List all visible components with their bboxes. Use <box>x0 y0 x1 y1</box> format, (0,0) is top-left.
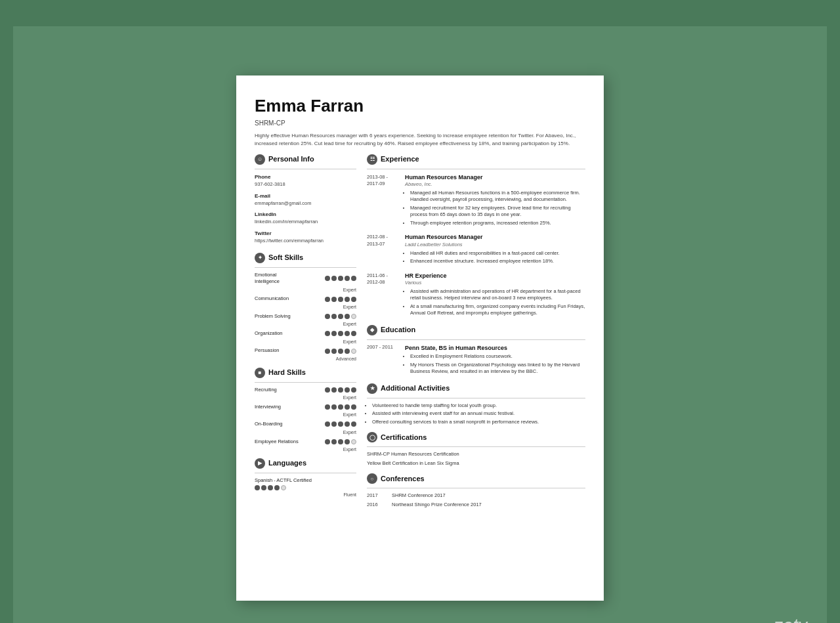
additional-activity-bullet: Assisted with interviewing event staff f… <box>372 410 585 418</box>
skill-row: Problem Solving <box>255 313 356 320</box>
dot-filled <box>274 485 280 490</box>
experience-icon: ☷ <box>367 154 377 165</box>
experience-bullet: Managed all Human Resources functions in… <box>410 190 585 204</box>
experience-entry: 2011-06 - 2012-08 HR Experience Various … <box>367 272 585 318</box>
dot-filled <box>331 387 337 393</box>
education-degree: Penn State, BS in Human Resources <box>405 344 585 353</box>
skill-dots <box>325 404 356 410</box>
dot-filled <box>338 439 343 444</box>
dot-filled <box>345 314 350 319</box>
dot-filled <box>268 485 273 490</box>
dot-filled <box>338 421 343 427</box>
linkedin-label: LinkedIn <box>255 211 356 218</box>
experience-entry: 2013-08 - 2017-09 Human Resources Manage… <box>367 173 585 228</box>
skill-dots <box>325 439 356 444</box>
skill-name: Problem Solving <box>255 313 301 320</box>
language-level: Fluent <box>255 492 356 498</box>
dot-filled <box>331 297 337 302</box>
additional-activities-section-title: ★ Additional Activities <box>367 383 585 394</box>
dot-filled <box>351 387 356 393</box>
dot-filled <box>325 439 330 444</box>
experience-entry: 2012-08 - 2013-07 Human Resources Manage… <box>367 233 585 266</box>
hard-skills-section-title: ■ Hard Skills <box>255 368 356 378</box>
additional-activities-divider <box>367 398 585 398</box>
conferences-icon: ○ <box>367 473 377 484</box>
skill-dots <box>325 421 356 427</box>
skill-level: Advanced <box>255 356 356 362</box>
dot-filled <box>325 297 330 302</box>
experience-bullet: Through employee retention programs, inc… <box>410 220 585 227</box>
dot-filled <box>345 439 350 444</box>
education-bullet: My Honors Thesis on Organizational Psych… <box>410 362 585 376</box>
resume-header: Emma Farran SHRM-CP Highly effective Hum… <box>255 94 585 148</box>
education-bullet: Excelled in Employment Relations coursew… <box>410 353 585 360</box>
conferences-divider <box>367 488 585 488</box>
experience-bullets: Managed all Human Resources functions in… <box>405 190 585 227</box>
dot-filled <box>345 387 350 393</box>
skill-row: On-Boarding <box>255 421 356 428</box>
skill-level: Expert <box>255 287 356 293</box>
experience-list: 2013-08 - 2017-09 Human Resources Manage… <box>367 173 585 318</box>
skill-level: Expert <box>255 395 356 401</box>
dot-filled <box>331 331 337 336</box>
zety-watermark: zety <box>774 615 807 623</box>
dot-filled <box>338 276 343 281</box>
skill-level: Expert <box>255 412 356 418</box>
dot-filled <box>325 421 330 427</box>
candidate-name: Emma Farran <box>255 94 585 118</box>
dot-filled <box>325 387 330 393</box>
skill-dots <box>325 387 356 393</box>
dot-filled <box>331 421 337 427</box>
hard-skills-divider <box>255 382 356 383</box>
experience-bullet: Assisted with administration and operati… <box>410 288 585 302</box>
experience-bullet: At a small manufacturing firm, organized… <box>410 303 585 317</box>
language-dots <box>255 485 286 490</box>
dot-empty <box>281 485 286 490</box>
experience-company: Ladd Leadbetter Solutions <box>405 242 585 249</box>
languages-list: Spanish - ACTFL Certified Fluent <box>255 477 356 498</box>
skill-row: Recruiting <box>255 387 356 394</box>
dot-empty <box>351 314 356 319</box>
experience-company: Abaveo, Inc. <box>405 181 585 188</box>
education-list: 2007 - 2011 Penn State, BS in Human Reso… <box>367 344 585 377</box>
education-bullets: Excelled in Employment Relations coursew… <box>405 353 585 376</box>
skill-dots <box>325 314 356 319</box>
soft-skills-section-title: ✦ Soft Skills <box>255 253 356 263</box>
email-value: emmapfarran@gmail.com <box>255 200 356 207</box>
experience-job-title: HR Experience <box>405 272 585 280</box>
skill-name: Persuasion <box>255 347 301 354</box>
dot-filled <box>345 276 350 281</box>
experience-job-title: Human Resources Manager <box>405 233 585 242</box>
dot-filled <box>338 297 343 302</box>
experience-dates: 2012-08 - 2013-07 <box>367 233 400 266</box>
skill-dots <box>325 276 356 281</box>
page-background: Emma Farran SHRM-CP Highly effective Hum… <box>13 26 827 623</box>
education-dates: 2007 - 2011 <box>367 344 400 377</box>
skill-dots <box>325 331 356 336</box>
additional-activity-bullet: Volunteered to handle temp staffing for … <box>372 402 585 410</box>
education-section-title: ◆ Education <box>367 325 585 335</box>
certifications-icon: ◯ <box>367 432 377 442</box>
education-content: Penn State, BS in Human Resources Excell… <box>405 344 585 377</box>
skill-name: Communication <box>255 295 301 303</box>
experience-bullet: Enhanced incentive structure. Increased … <box>410 258 585 265</box>
dot-filled <box>351 276 356 281</box>
skill-row: Interviewing <box>255 404 356 411</box>
soft-skills-divider <box>255 267 356 268</box>
dot-empty <box>351 349 356 354</box>
skill-name: On-Boarding <box>255 421 301 428</box>
conference-entry: 2017 SHRM Conference 2017 <box>367 492 585 500</box>
skill-name: Interviewing <box>255 404 301 411</box>
additional-activity-bullet: Offered consulting services to train a s… <box>372 419 585 426</box>
conference-year: 2016 <box>367 502 387 509</box>
language-skill-row <box>255 485 356 490</box>
resume-document: Emma Farran SHRM-CP Highly effective Hum… <box>236 75 604 601</box>
dot-filled <box>325 331 330 336</box>
dot-filled <box>351 421 356 427</box>
skill-row: Emotional Intelligence <box>255 272 356 286</box>
skill-block: Employee Relations Expert <box>255 439 356 453</box>
skill-dots <box>325 297 356 302</box>
certifications-section-title: ◯ Certifications <box>367 432 585 442</box>
skill-level: Expert <box>255 446 356 453</box>
skill-block: Problem Solving Expert <box>255 313 356 328</box>
